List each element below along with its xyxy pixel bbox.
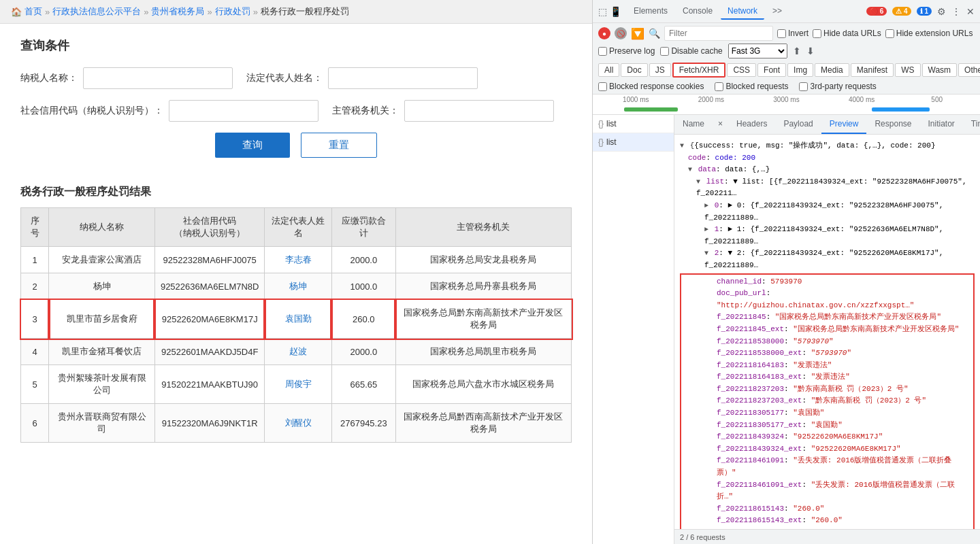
json-item0: ► 0: ► 0: {f_2022118439324_ext: "9252232… [680, 200, 975, 224]
upload-icon[interactable]: ⬇ [806, 46, 815, 56]
cb-3rd-party[interactable]: 3rd-party requests [799, 82, 876, 91]
query-button[interactable]: 查询 [215, 133, 290, 158]
item1-toggle[interactable]: ► [704, 226, 708, 233]
preview-tab-response[interactable]: Response [866, 115, 919, 134]
json-field: channel_id: 5793970 [684, 276, 970, 288]
cell-rep[interactable]: 周俊宇 [265, 365, 331, 404]
cb-disable-cache[interactable]: Disable cache [660, 46, 722, 56]
cell-rep[interactable]: 李志春 [265, 247, 331, 273]
req-name-2: list [606, 137, 617, 147]
cell-amount: 260.0 [331, 300, 395, 339]
table-row: 6 贵州永晋联商贸有限公司 91522320MA6J9NKT1R 刘醒仪 276… [21, 404, 572, 443]
preview-tab-timing[interactable]: Timing [963, 115, 980, 134]
form-row-1: 纳税人名称： 法定代表人姓名： [20, 67, 572, 89]
device-icon[interactable]: 📱 [610, 6, 621, 17]
breadcrumb: 🏠 首页 » 行政执法信息公示平台 » 贵州省税务局 » 行政处罚 » 税务行政… [0, 0, 592, 24]
preview-tab-name[interactable]: Name [674, 115, 713, 134]
input-taxpayer-name[interactable] [83, 67, 233, 89]
tab-network[interactable]: Network [721, 3, 764, 20]
close-icon[interactable]: ✕ [966, 6, 975, 17]
timing-label-2: 2000 ms [674, 96, 749, 103]
info-badge: ℹ 1 [917, 7, 932, 16]
btn-row: 查询 重置 [20, 133, 572, 158]
cell-rep[interactable]: 袁国勤 [265, 300, 331, 339]
preview-tab-initiator[interactable]: Initiator [920, 115, 963, 134]
nt-media[interactable]: Media [815, 63, 849, 77]
cb-preserve-log[interactable]: Preserve log [598, 46, 655, 56]
nt-wasm[interactable]: Wasm [922, 63, 958, 77]
nt-other[interactable]: Other [958, 63, 980, 77]
settings-icon[interactable]: ⚙ [937, 6, 946, 17]
request-item-1[interactable]: {} list [593, 115, 674, 133]
cell-org: 国家税务总局凯里市税务局 [395, 339, 571, 365]
table-row: 1 安龙县壹家公寓酒店 92522328MA6HFJ0075 李志春 2000.… [21, 247, 572, 273]
more-icon[interactable]: ⋮ [951, 6, 961, 17]
table-row: 4 凯里市金猪耳餐饮店 92522601MAAKDJ5D4F 赵波 2000.0… [21, 339, 572, 365]
list-toggle[interactable]: ▼ [696, 178, 700, 186]
data-toggle[interactable]: ▼ [688, 166, 692, 173]
form-group-rep: 法定代表人姓名： [246, 67, 478, 89]
nt-css[interactable]: CSS [727, 63, 756, 77]
cb-blocked-requests[interactable]: Blocked requests [715, 82, 788, 91]
tab-elements[interactable]: Elements [627, 3, 674, 20]
cell-id: 2 [21, 273, 49, 300]
request-item-2[interactable]: {} list [593, 133, 674, 152]
cell-name: 贵州絮臻茶叶发展有限公司 [49, 365, 155, 404]
tab-console[interactable]: Console [676, 3, 719, 20]
filter-icon[interactable]: 🔽 [631, 27, 644, 40]
input-social-credit-code[interactable] [169, 100, 318, 122]
throttle-select[interactable]: Fast 3G Slow 3G No throttling [728, 44, 787, 58]
form-group-name: 纳税人名称： [20, 67, 233, 89]
cell-amount: 665.65 [331, 365, 395, 404]
nt-manifest[interactable]: Manifest [851, 63, 894, 77]
preview-tab-payload[interactable]: Payload [775, 115, 821, 134]
cb-invert[interactable]: Invert [777, 29, 808, 38]
download-icon[interactable]: ⬆ [793, 46, 801, 56]
cell-amount: 2000.0 [331, 339, 395, 365]
cell-rep[interactable]: 刘醒仪 [265, 404, 331, 443]
nt-font[interactable]: Font [757, 63, 786, 77]
input-rep-name[interactable] [328, 67, 478, 89]
cb-hide-data-urls[interactable]: Hide data URLs [813, 29, 881, 38]
nt-img[interactable]: Img [787, 63, 813, 77]
cb-blocked-response[interactable]: Blocked response cookies [598, 82, 704, 91]
root-toggle[interactable]: ▼ [680, 142, 684, 150]
nt-js[interactable]: JS [649, 63, 671, 77]
col-rep: 法定代表人姓名 [265, 208, 331, 247]
status-text: 2 / 6 requests [680, 533, 725, 541]
cb-hide-ext-urls[interactable]: Hide extension URLs [885, 29, 973, 38]
breadcrumb-item-3[interactable]: 行政处罚 [215, 5, 250, 18]
nt-fetch-xhr[interactable]: Fetch/XHR [672, 63, 726, 78]
col-id: 序号 [21, 208, 49, 247]
search-icon[interactable]: 🔍 [649, 28, 660, 39]
cell-code: 91522320MA6J9NKT1R [154, 404, 265, 443]
item0-toggle[interactable]: ► [704, 202, 708, 209]
nt-all[interactable]: All [598, 63, 619, 77]
nt-ws[interactable]: WS [895, 63, 920, 77]
preview-tabs: Name × Headers Payload Preview Response … [674, 115, 980, 135]
status-bar: 2 / 6 requests [674, 529, 980, 544]
breadcrumb-item-2[interactable]: 贵州省税务局 [151, 5, 204, 18]
preview-tab-preview[interactable]: Preview [821, 115, 867, 134]
preview-tab-close[interactable]: × [713, 115, 728, 134]
devtools-icons: 🚫 6 ⚠ 4 ℹ 1 ⚙ ⋮ ✕ [866, 6, 975, 17]
nt-doc[interactable]: Doc [621, 63, 647, 77]
preview-tab-headers[interactable]: Headers [728, 115, 775, 134]
cell-rep[interactable]: 杨坤 [265, 273, 331, 300]
record-button[interactable]: ● [598, 27, 610, 39]
inspect-icon[interactable]: ⬚ [598, 6, 607, 17]
filter-input[interactable] [664, 26, 773, 41]
cell-id: 6 [21, 404, 49, 443]
reset-button[interactable]: 重置 [301, 133, 377, 158]
timing-label-3: 3000 ms [749, 96, 824, 103]
stop-button[interactable]: 🚫 [615, 27, 627, 39]
breadcrumb-item-1[interactable]: 行政执法信息公示平台 [52, 5, 141, 18]
cell-code: 92522620MA6E8KM17J [154, 300, 265, 339]
cell-rep[interactable]: 赵波 [265, 339, 331, 365]
input-tax-org[interactable] [404, 100, 554, 122]
tab-more[interactable]: >> [766, 3, 789, 20]
json-field: f_2022118461091_ext: "丢失发票: 2016版增值税普通发票… [684, 479, 970, 503]
req-icon-1: {} [598, 119, 604, 129]
breadcrumb-home[interactable]: 首页 [24, 5, 42, 18]
item2-toggle[interactable]: ▼ [704, 250, 708, 257]
